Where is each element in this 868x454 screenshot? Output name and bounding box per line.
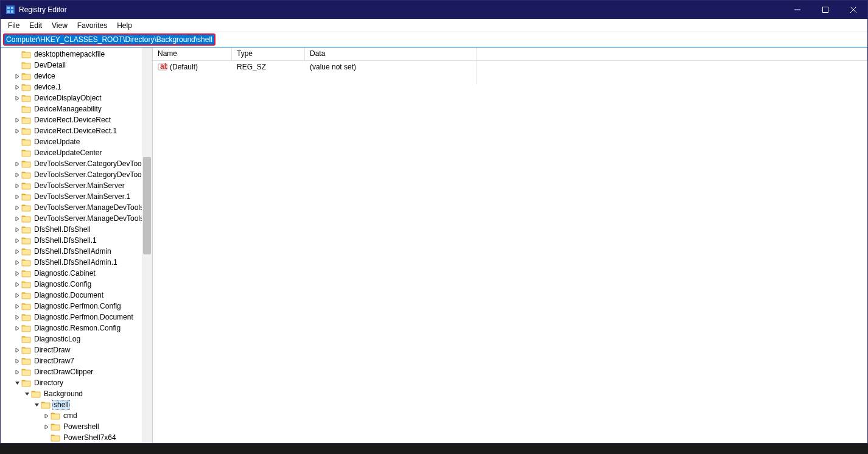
expand-icon[interactable] xyxy=(13,214,21,223)
collapse-icon[interactable] xyxy=(23,389,31,398)
content-area: desktopthemepackfileDevDetaildevicedevic… xyxy=(1,47,867,443)
value-data: (value not set) xyxy=(305,61,867,72)
tree-item[interactable]: DeviceManageability xyxy=(1,103,152,114)
menu-view[interactable]: View xyxy=(47,20,72,31)
expand-icon[interactable] xyxy=(13,302,21,310)
expand-icon[interactable] xyxy=(13,236,21,245)
expand-icon[interactable] xyxy=(13,258,21,267)
tree-item[interactable]: DevToolsServer.ManageDevTools xyxy=(1,202,152,213)
tree-item[interactable]: DirectDraw7 xyxy=(1,355,152,366)
expand-icon[interactable] xyxy=(13,269,21,278)
tree-item[interactable]: DeviceUpdateCenter xyxy=(1,147,152,158)
expand-icon[interactable] xyxy=(13,346,21,354)
tree-item[interactable]: Diagnostic.Cabinet xyxy=(1,268,152,279)
tree-item[interactable]: DeviceRect.DeviceRect xyxy=(1,114,152,125)
list-row[interactable]: ab(Default)REG_SZ(value not set) xyxy=(153,61,867,73)
svg-rect-3 xyxy=(7,10,10,13)
expand-icon[interactable] xyxy=(13,203,21,212)
tree-item[interactable]: DfsShell.DfsShellAdmin.1 xyxy=(1,257,152,268)
tree-item[interactable]: Directory xyxy=(1,377,152,388)
tree-item[interactable]: DiagnosticLog xyxy=(1,334,152,344)
list-pane[interactable]: Name Type Data ab(Default)REG_SZ(value n… xyxy=(153,47,867,443)
tree-item-label: DfsShell.DfsShellAdmin xyxy=(33,247,113,256)
tree-item[interactable]: Diagnostic.Resmon.Config xyxy=(1,323,152,334)
expand-icon[interactable] xyxy=(13,291,21,299)
menu-edit[interactable]: Edit xyxy=(24,20,47,31)
tree-item[interactable]: DevToolsServer.CategoryDevTools xyxy=(1,158,152,169)
tree-item-label: Background xyxy=(43,389,84,398)
expand-icon[interactable] xyxy=(42,411,51,420)
expand-icon[interactable] xyxy=(13,83,21,91)
tree-item[interactable]: shell xyxy=(1,399,152,410)
tree-item[interactable]: Background xyxy=(1,388,152,399)
address-bar[interactable]: Computer\HKEY_CLASSES_ROOT\Directory\Bac… xyxy=(4,35,214,44)
folder-icon xyxy=(51,411,60,420)
tree-item-label: DiagnosticLog xyxy=(33,335,82,343)
tree-item[interactable]: DevDetail xyxy=(1,60,152,71)
tree-item[interactable]: cmd xyxy=(1,410,152,421)
minimize-button[interactable] xyxy=(783,1,811,19)
tree-item[interactable]: Diagnostic.Perfmon.Config xyxy=(1,301,152,312)
folder-icon xyxy=(21,214,31,223)
tree-item[interactable]: DeviceDisplayObject xyxy=(1,93,152,103)
expand-icon[interactable] xyxy=(13,192,21,201)
expand-icon[interactable] xyxy=(13,357,21,365)
tree-item-label: DfsShell.DfsShell.1 xyxy=(33,236,98,245)
svg-rect-6 xyxy=(823,7,828,13)
expand-icon[interactable] xyxy=(13,94,21,102)
tree-item[interactable]: DfsShell.DfsShell xyxy=(1,224,152,235)
tree-item[interactable]: device.1 xyxy=(1,82,152,93)
tree-item[interactable]: DevToolsServer.ManageDevTools. xyxy=(1,213,152,224)
expand-icon[interactable] xyxy=(13,181,21,190)
tree-item[interactable]: DirectDrawClipper xyxy=(1,366,152,377)
folder-icon xyxy=(21,203,31,212)
tree-pane[interactable]: desktopthemepackfileDevDetaildevicedevic… xyxy=(1,47,153,443)
scrollbar-thumb[interactable] xyxy=(143,157,151,254)
column-header-type[interactable]: Type xyxy=(232,47,305,60)
expand-icon[interactable] xyxy=(13,225,21,234)
column-header-name[interactable]: Name xyxy=(153,47,232,60)
expand-icon[interactable] xyxy=(13,324,21,332)
column-header-data[interactable]: Data xyxy=(305,47,867,60)
expand-icon[interactable] xyxy=(13,159,21,168)
expand-icon[interactable] xyxy=(13,72,21,80)
tree-item[interactable]: PowerShell7x64 xyxy=(1,432,152,443)
expand-icon[interactable] xyxy=(13,313,21,321)
expand-icon[interactable] xyxy=(42,422,51,431)
tree-item[interactable]: DevToolsServer.MainServer.1 xyxy=(1,191,152,202)
tree-scrollbar[interactable] xyxy=(142,47,152,443)
collapse-icon[interactable] xyxy=(32,400,41,409)
tree-item[interactable]: Diagnostic.Config xyxy=(1,279,152,290)
titlebar[interactable]: Registry Editor xyxy=(1,1,867,19)
menu-file[interactable]: File xyxy=(3,20,24,31)
menu-favorites[interactable]: Favorites xyxy=(72,20,112,31)
tree-item[interactable]: DeviceUpdate xyxy=(1,136,152,147)
close-button[interactable] xyxy=(839,1,867,19)
expand-icon[interactable] xyxy=(13,116,21,124)
folder-icon xyxy=(21,247,31,256)
maximize-button[interactable] xyxy=(811,1,839,19)
expand-icon[interactable] xyxy=(13,368,21,376)
collapse-icon[interactable] xyxy=(13,379,21,387)
tree-item[interactable]: Powershell xyxy=(1,421,152,432)
folder-icon xyxy=(21,225,31,234)
expand-icon[interactable] xyxy=(13,247,21,256)
tree-item[interactable]: Diagnostic.Perfmon.Document xyxy=(1,312,152,323)
expand-icon[interactable] xyxy=(13,170,21,179)
folder-icon xyxy=(21,280,31,288)
tree-item[interactable]: Diagnostic.Document xyxy=(1,290,152,301)
tree-item[interactable]: DfsShell.DfsShellAdmin xyxy=(1,246,152,257)
tree-item[interactable]: DirectDraw xyxy=(1,344,152,355)
tree-item[interactable]: DevToolsServer.MainServer xyxy=(1,180,152,191)
folder-icon xyxy=(41,400,51,409)
column-divider[interactable] xyxy=(477,47,477,84)
expand-icon[interactable] xyxy=(13,280,21,288)
tree-item[interactable]: DeviceRect.DeviceRect.1 xyxy=(1,125,152,136)
tree-item[interactable]: device xyxy=(1,71,152,82)
tree-item[interactable]: DfsShell.DfsShell.1 xyxy=(1,235,152,246)
tree-item-label: device.1 xyxy=(33,83,63,91)
menu-help[interactable]: Help xyxy=(112,20,137,31)
tree-item[interactable]: desktopthemepackfile xyxy=(1,49,152,60)
tree-item[interactable]: DevToolsServer.CategoryDevTools xyxy=(1,169,152,180)
expand-icon[interactable] xyxy=(13,127,21,135)
